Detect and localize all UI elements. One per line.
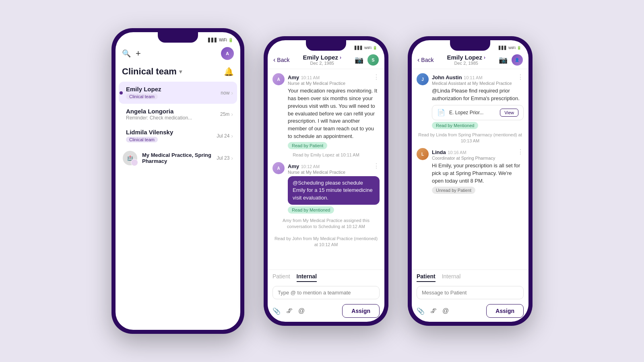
document-icon: 📄 xyxy=(437,109,445,116)
attachment-icon[interactable]: 📎 xyxy=(417,307,425,315)
sender-name: John Austin xyxy=(432,74,462,80)
mention-icon[interactable]: @ xyxy=(442,307,449,315)
msg-time: 10:16 AM xyxy=(448,150,466,155)
read-receipt-john: Read by Linda from Spring Pharmacy (ment… xyxy=(417,130,524,146)
header-actions: 📷 👤 xyxy=(499,54,523,66)
msg-time: 10:11 AM xyxy=(464,75,482,80)
list-header: 🔍 + A xyxy=(116,44,240,63)
message-header: Amy 10:12 AM ⋮ xyxy=(288,162,380,170)
assign-button[interactable]: Assign xyxy=(342,304,380,318)
message-group-linda: L Linda 10:16 AM ⋮ Coordinator at Sprin xyxy=(417,148,524,194)
patient-info: Emily Lopez › Dec 2, 1985 xyxy=(303,54,341,66)
user-avatar-sm[interactable]: S xyxy=(367,54,379,66)
message-row: A Amy 10:11 AM ⋮ Nurse at My Medical Pr xyxy=(272,73,380,149)
chat-input[interactable] xyxy=(272,286,380,299)
chevron-right-icon: › xyxy=(340,55,341,60)
sender-name: Linda xyxy=(432,149,446,155)
message-row: L Linda 10:16 AM ⋮ Coordinator at Sprin xyxy=(417,148,524,194)
back-button[interactable]: ‹ Back xyxy=(273,56,289,64)
conv-info-lidmila: Lidmila Vilensky Clinical team xyxy=(123,129,217,143)
sender-avatar-linda: L xyxy=(417,148,429,160)
tab-internal[interactable]: Internal xyxy=(297,273,317,282)
phone-1: ▋▋▋ WiFi 🔋 🔍 + A Clinical team ▾ xyxy=(111,28,244,334)
practice-avatar: 🏥 xyxy=(123,151,137,165)
wifi-icon: WiFi xyxy=(364,46,372,50)
chevron-right-icon: › xyxy=(231,111,233,117)
message-header: Amy 10:11 AM ⋮ xyxy=(288,73,380,81)
bell-icon[interactable]: 🔔 xyxy=(224,67,234,76)
video-call-icon[interactable]: 📷 xyxy=(499,56,508,64)
chat-messages-3[interactable]: J John Austin 10:11 AM ⋮ Medical Assist xyxy=(412,69,528,269)
conv-info-angela: Angela Longoria Reminder: Check medicati… xyxy=(123,108,220,121)
conversation-list: Emily Lopez Clinical team now › Angela L… xyxy=(116,82,240,169)
user-avatar[interactable]: A xyxy=(221,47,234,60)
back-button[interactable]: ‹ Back xyxy=(417,56,433,64)
patient-name[interactable]: Emily Lopez › xyxy=(447,54,485,61)
add-icon[interactable]: + xyxy=(136,48,141,59)
sender-avatar-john: J xyxy=(417,73,429,85)
chat-tabs-3: Patient Internal xyxy=(412,269,528,284)
message-header: John Austin 10:11 AM ⋮ xyxy=(432,73,524,81)
message-group-john: J John Austin 10:11 AM ⋮ Medical Assist xyxy=(417,73,524,146)
attachment-icon[interactable]: 📎 xyxy=(272,307,281,315)
tab-patient[interactable]: Patient xyxy=(417,273,436,282)
team-header: Clinical team ▾ 🔔 xyxy=(116,63,240,82)
chat-screen-3: ▋▋▋ WiFi 🔋 ‹ Back Emily Lopez › xyxy=(412,40,528,322)
tab-patient[interactable]: Patient xyxy=(272,273,290,282)
assign-button[interactable]: Assign xyxy=(486,304,524,318)
unread-dot xyxy=(120,91,123,95)
signal-icon: ▋▋▋ xyxy=(355,46,363,50)
chat-screen-2: ▋▋▋ WiFi 🔋 ‹ Back Emily Lopez › xyxy=(268,40,384,322)
team-title[interactable]: Clinical team ▾ xyxy=(122,66,182,77)
mention-icon[interactable]: @ xyxy=(298,307,305,315)
chat-input[interactable] xyxy=(417,286,524,299)
read-by-mentioned-badge: Read by Mentioned xyxy=(288,206,334,214)
conv-name: Emily Lopez xyxy=(126,86,221,93)
message-text: Hi Emily, your prescription is all set f… xyxy=(432,162,524,185)
msg-time: 10:12 AM xyxy=(301,164,320,169)
attachment-card: 📄 E. Lopez Prior... View xyxy=(432,105,524,120)
chat-header-2: ‹ Back Emily Lopez › Dec 2, 1985 📷 S xyxy=(268,51,384,69)
phone-3: ▋▋▋ WiFi 🔋 ‹ Back Emily Lopez › xyxy=(408,36,533,326)
search-icon[interactable]: 🔍 xyxy=(122,49,131,58)
signal-icon: ▋▋▋ xyxy=(499,46,507,50)
view-attachment-button[interactable]: View xyxy=(500,109,518,117)
toolbar-icons: 📎 🖇 @ xyxy=(272,307,305,315)
message-row: J John Austin 10:11 AM ⋮ Medical Assist xyxy=(417,73,524,129)
conv-name: Angela Longoria xyxy=(126,108,220,115)
patient-name[interactable]: Emily Lopez › xyxy=(303,54,341,61)
more-options-icon[interactable]: ⋮ xyxy=(517,73,524,81)
more-options-icon[interactable]: ⋮ xyxy=(373,162,380,170)
battery-icon: 🔋 xyxy=(228,38,233,42)
msg-time: 10:11 AM xyxy=(301,75,320,80)
conversation-item-emily[interactable]: Emily Lopez Clinical team now › xyxy=(119,82,237,104)
chevron-right-icon: › xyxy=(231,90,233,96)
chat-input-area-3 xyxy=(412,284,528,302)
conv-time: Jul 23 › xyxy=(217,155,233,161)
clip-icon[interactable]: 🖇 xyxy=(430,307,437,315)
overlay-avatar xyxy=(131,159,138,166)
conversation-item-practice[interactable]: 🏥 My Medical Practice, Spring Pharmacy J… xyxy=(119,147,237,169)
read-by-patient-badge: Read by Patient xyxy=(288,142,327,149)
clip-icon[interactable]: 🖇 xyxy=(286,307,293,315)
screens-container: ▋▋▋ WiFi 🔋 🔍 + A Clinical team ▾ xyxy=(111,28,533,334)
user-avatar-sm[interactable]: 👤 xyxy=(512,54,523,66)
chat-messages-2[interactable]: A Amy 10:11 AM ⋮ Nurse at My Medical Pr xyxy=(268,69,384,269)
message-content: John Austin 10:11 AM ⋮ Medical Assistant… xyxy=(432,73,524,129)
toolbar-icons: 📎 🖇 @ xyxy=(417,307,449,315)
tab-internal[interactable]: Internal xyxy=(442,273,461,282)
conv-name: Lidmila Vilensky xyxy=(126,129,217,136)
back-chevron-icon: ‹ xyxy=(417,56,419,64)
more-options-icon[interactable]: ⋮ xyxy=(373,73,380,81)
message-group-1: A Amy 10:11 AM ⋮ Nurse at My Medical Pr xyxy=(272,73,380,160)
conversation-item-lidmila[interactable]: Lidmila Vilensky Clinical team Jul 24 › xyxy=(119,125,237,147)
sender-role: Nurse at My Medical Practice xyxy=(288,170,380,175)
message-header: Linda 10:16 AM ⋮ xyxy=(432,148,524,156)
video-call-icon[interactable]: 📷 xyxy=(355,56,363,64)
more-options-icon[interactable]: ⋮ xyxy=(517,148,524,156)
message-content: Amy 10:12 AM ⋮ Nurse at My Medical Pract… xyxy=(288,162,380,214)
header-actions: 📷 S xyxy=(355,54,379,66)
back-chevron-icon: ‹ xyxy=(273,56,275,64)
phone-2: ▋▋▋ WiFi 🔋 ‹ Back Emily Lopez › xyxy=(264,36,388,326)
conversation-item-angela[interactable]: Angela Longoria Reminder: Check medicati… xyxy=(119,104,237,125)
